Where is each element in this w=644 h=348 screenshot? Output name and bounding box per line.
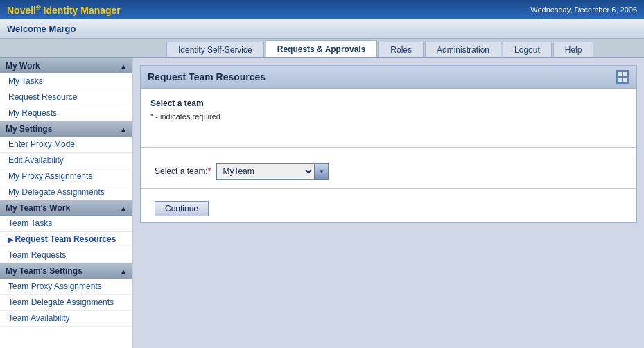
sidebar-item-team-availability[interactable]: Team Availability [0, 311, 132, 327]
sidebar-item-my-proxy-assignments[interactable]: My Proxy Assignments [0, 168, 132, 184]
form-row-select-team: Select a team:* MyTeam [141, 155, 636, 188]
welcome-bar: Welcome Margo [0, 19, 644, 39]
content-body: Select a team * - indicates required. [141, 89, 636, 140]
sidebar-section-my-teams-work-label: My Team's Work [6, 203, 70, 213]
svg-rect-2 [618, 78, 622, 82]
content-title-bar: Request Team Resources [141, 66, 636, 89]
welcome-text: Welcome Margo [7, 24, 76, 34]
tab-roles[interactable]: Roles [378, 42, 424, 57]
section-label: Select a team [150, 98, 627, 108]
content-panel: Request Team Resources Select a team * -… [140, 65, 637, 223]
continue-button[interactable]: Continue [155, 201, 209, 216]
content-area: Request Team Resources Select a team * -… [133, 58, 644, 348]
grid-icon [616, 70, 629, 84]
logo-product: Identity Manager [41, 4, 121, 15]
sidebar-item-request-resource[interactable]: Request Resource [0, 89, 132, 105]
tab-logout[interactable]: Logout [503, 42, 552, 57]
page-title: Request Team Resources [148, 71, 266, 82]
sidebar: My Work ▲ My Tasks Request Resource My R… [0, 58, 133, 348]
required-marker: * [208, 166, 211, 176]
svg-rect-3 [623, 78, 627, 82]
sidebar-item-my-tasks[interactable]: My Tasks [0, 73, 132, 89]
main-layout: My Work ▲ My Tasks Request Resource My R… [0, 58, 644, 348]
sidebar-item-my-requests[interactable]: My Requests [0, 105, 132, 121]
sidebar-section-my-work-label: My Work [6, 61, 40, 71]
sidebar-item-team-tasks[interactable]: Team Tasks [0, 216, 132, 232]
sidebar-item-request-team-resources[interactable]: Request Team Resources [0, 232, 132, 247]
app-logo: Novell® Identity Manager [7, 4, 121, 16]
svg-rect-0 [618, 72, 622, 76]
collapse-my-teams-work-icon: ▲ [120, 205, 127, 212]
select-team-dropdown[interactable]: MyTeam [217, 164, 314, 178]
separator-1 [141, 147, 636, 148]
collapse-my-work-icon: ▲ [120, 62, 127, 70]
logo-reg: ® [36, 4, 41, 11]
nav-tabs: Identity Self-Service Requests & Approva… [0, 39, 644, 58]
select-team-label: Select a team:* [155, 166, 211, 176]
logo-novell: Novell [7, 4, 36, 15]
sidebar-item-edit-availability[interactable]: Edit Availability [0, 153, 132, 168]
tab-requests-approvals[interactable]: Requests & Approvals [266, 40, 378, 57]
header-date: Wednesday, December 6, 2006 [530, 6, 637, 14]
tab-administration[interactable]: Administration [425, 42, 501, 57]
sidebar-item-team-requests[interactable]: Team Requests [0, 247, 132, 263]
tab-help[interactable]: Help [553, 42, 594, 57]
button-row: Continue [141, 195, 636, 222]
separator-2 [141, 188, 636, 189]
svg-rect-1 [623, 72, 627, 76]
sidebar-section-my-work[interactable]: My Work ▲ [0, 58, 132, 73]
sidebar-item-team-delegate-assignments[interactable]: Team Delegate Assignments [0, 295, 132, 311]
sidebar-section-my-teams-settings[interactable]: My Team's Settings ▲ [0, 263, 132, 279]
sidebar-item-enter-proxy-mode[interactable]: Enter Proxy Mode [0, 137, 132, 153]
tab-identity-self-service[interactable]: Identity Self-Service [166, 42, 264, 57]
collapse-my-teams-settings-icon: ▲ [120, 268, 127, 275]
select-team-dropdown-arrow[interactable] [314, 164, 328, 179]
collapse-my-settings-icon: ▲ [120, 125, 127, 133]
required-note: * - indicates required. [150, 112, 627, 121]
sidebar-section-my-settings-label: My Settings [6, 124, 52, 134]
sidebar-item-my-delegate-assignments[interactable]: My Delegate Assignments [0, 184, 132, 200]
sidebar-section-my-teams-settings-label: My Team's Settings [6, 266, 82, 276]
sidebar-section-my-settings[interactable]: My Settings ▲ [0, 121, 132, 137]
app-header: Novell® Identity Manager Wednesday, Dece… [0, 0, 644, 19]
sidebar-section-my-teams-work[interactable]: My Team's Work ▲ [0, 200, 132, 216]
select-team-wrapper: MyTeam [216, 163, 329, 180]
sidebar-item-team-proxy-assignments[interactable]: Team Proxy Assignments [0, 279, 132, 295]
